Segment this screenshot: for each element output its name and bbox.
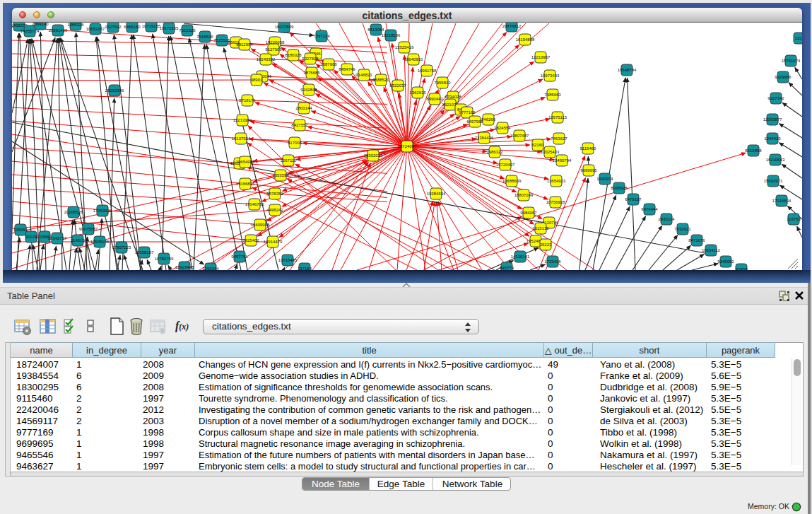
svg-text:7986322: 7986322	[486, 150, 503, 154]
svg-text:9777169: 9777169	[459, 110, 476, 115]
svg-text:8990443: 8990443	[426, 97, 443, 101]
svg-text:7955812: 7955812	[434, 81, 451, 85]
svg-text:10025433: 10025433	[541, 150, 560, 154]
svg-text:19166825: 19166825	[236, 182, 255, 186]
svg-text:10654112: 10654112	[702, 248, 721, 252]
svg-text:98901: 98901	[251, 78, 263, 82]
svg-text:7632621: 7632621	[674, 227, 691, 231]
svg-text:1353594: 1353594	[272, 173, 289, 177]
svg-text:135061: 135061	[13, 228, 28, 232]
svg-text:10958107: 10958107	[135, 250, 154, 255]
svg-text:16671355: 16671355	[160, 26, 179, 30]
svg-text:9146821: 9146821	[355, 73, 372, 77]
svg-text:137164: 137164	[298, 267, 312, 270]
svg-text:8454749: 8454749	[339, 67, 355, 71]
svg-text:2718176: 2718176	[239, 98, 256, 103]
svg-text:9327508: 9327508	[302, 57, 319, 61]
svg-text:16210643: 16210643	[766, 158, 785, 162]
svg-text:8471676: 8471676	[688, 238, 705, 243]
svg-text:8912954: 8912954	[236, 42, 253, 47]
svg-text:10719155: 10719155	[142, 24, 161, 28]
svg-text:3267110: 3267110	[281, 158, 298, 163]
svg-text:4498242: 4498242	[266, 208, 283, 212]
svg-text:16782759: 16782759	[155, 257, 174, 261]
svg-text:1244419: 1244419	[764, 136, 781, 141]
svg-text:62160: 62160	[532, 143, 544, 147]
svg-text:1362615: 1362615	[409, 90, 426, 95]
svg-text:15720407: 15720407	[496, 163, 515, 167]
svg-text:18724007: 18724007	[398, 144, 417, 148]
svg-text:1112: 1112	[795, 36, 802, 40]
svg-text:2935114: 2935114	[659, 217, 676, 221]
svg-text:114519: 114519	[71, 238, 85, 243]
svg-text:16409948: 16409948	[251, 223, 270, 227]
svg-text:17046765: 17046765	[245, 202, 264, 206]
svg-text:16033809: 16033809	[275, 25, 294, 29]
svg-text:1640974: 1640974	[596, 177, 613, 181]
svg-text:9474444: 9474444	[641, 207, 658, 211]
svg-text:16107554: 16107554	[232, 136, 251, 141]
svg-text:25302033: 25302033	[364, 153, 383, 158]
svg-text:917006: 917006	[288, 141, 302, 145]
svg-text:1292344: 1292344	[202, 267, 219, 270]
svg-text:13654923: 13654923	[547, 179, 566, 183]
svg-text:3624554: 3624554	[494, 126, 511, 130]
svg-text:10756928: 10756928	[546, 200, 565, 204]
svg-text:17957223: 17957223	[112, 245, 131, 250]
svg-text:8427552: 8427552	[291, 123, 308, 127]
svg-text:6479197: 6479197	[625, 197, 642, 201]
svg-text:19384554: 19384554	[427, 192, 446, 196]
svg-text:14136141: 14136141	[511, 255, 530, 259]
svg-text:116753: 116753	[787, 217, 801, 221]
svg-text:9242848: 9242848	[300, 88, 317, 92]
svg-text:13716485: 13716485	[278, 258, 298, 262]
svg-text:15751074: 15751074	[782, 59, 801, 63]
svg-text:8215958: 8215958	[745, 148, 762, 153]
svg-text:18640910: 18640910	[404, 57, 423, 62]
svg-text:7357224: 7357224	[313, 34, 330, 38]
svg-text:17359924: 17359924	[93, 209, 112, 213]
svg-text:16543382: 16543382	[257, 57, 276, 62]
svg-text:9578352: 9578352	[266, 192, 283, 196]
svg-text:99975887: 99975887	[79, 227, 98, 231]
svg-text:10807487: 10807487	[510, 134, 529, 138]
svg-text:8813054: 8813054	[367, 28, 384, 32]
svg-text:945779: 945779	[500, 266, 514, 270]
svg-text:12342737: 12342737	[48, 236, 67, 240]
svg-text:92450: 92450	[736, 267, 748, 270]
svg-text:6466160: 6466160	[124, 25, 141, 29]
svg-text:7515526: 7515526	[179, 28, 196, 33]
svg-text:17016504: 17016504	[772, 199, 792, 203]
svg-text:6794028: 6794028	[445, 95, 461, 99]
svg-text:13325419: 13325419	[395, 45, 414, 49]
svg-text:12923448: 12923448	[175, 265, 194, 269]
svg-text:14914479: 14914479	[264, 240, 283, 244]
svg-text:16154808: 16154808	[516, 37, 535, 42]
svg-text:9457791: 9457791	[231, 255, 248, 259]
svg-text:12093877: 12093877	[763, 117, 782, 122]
svg-text:1588520: 1588520	[372, 78, 389, 82]
svg-text:21364436: 21364436	[475, 136, 494, 140]
svg-text:9245052: 9245052	[717, 259, 734, 264]
svg-text:9699695: 9699695	[580, 168, 597, 173]
svg-text:18807249: 18807249	[514, 193, 534, 197]
svg-text:16648784: 16648784	[618, 68, 637, 72]
svg-text:12213389: 12213389	[233, 118, 252, 122]
svg-text:10973493: 10973493	[541, 74, 560, 78]
svg-text:19218506: 19218506	[382, 33, 401, 37]
svg-text:1615132: 1615132	[532, 226, 549, 230]
svg-text:8186328: 8186328	[285, 53, 302, 57]
svg-text:7485063: 7485063	[544, 93, 561, 97]
svg-text:1527602: 1527602	[105, 25, 122, 29]
svg-text:23495794: 23495794	[553, 158, 572, 163]
svg-text:8322037: 8322037	[389, 83, 406, 88]
svg-text:10688609: 10688609	[502, 179, 522, 183]
svg-text:1733426: 1733426	[544, 259, 561, 264]
svg-text:2803144: 2803144	[295, 106, 312, 110]
svg-text:20208526: 20208526	[64, 210, 83, 214]
svg-text:9227342: 9227342	[767, 96, 784, 100]
svg-text:2687608: 2687608	[320, 62, 337, 66]
svg-text:3875685: 3875685	[303, 71, 320, 75]
svg-text:7515526: 7515526	[196, 35, 213, 39]
svg-text:2069140: 2069140	[32, 23, 49, 26]
